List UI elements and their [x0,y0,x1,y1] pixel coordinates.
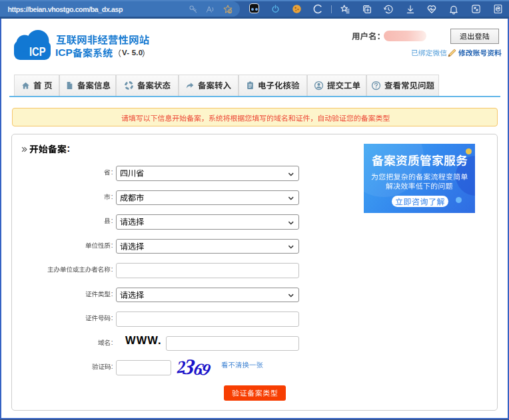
svg-text:ICP: ICP [29,45,46,59]
